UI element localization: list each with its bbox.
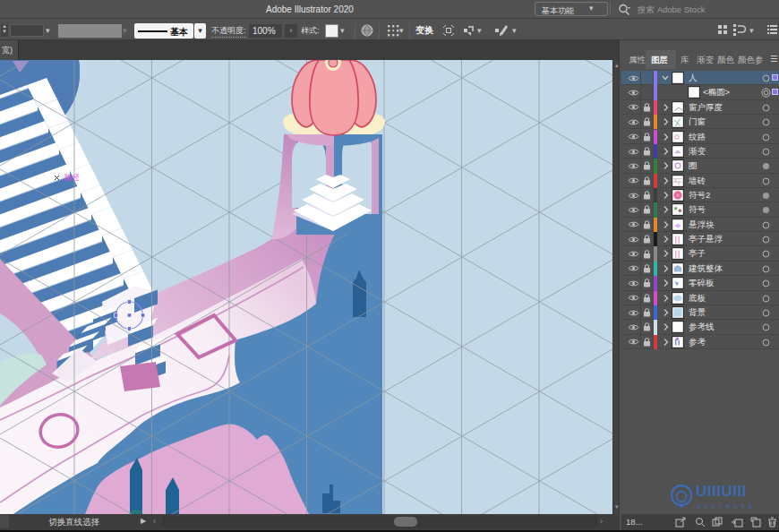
svg-text:路径: 路径 (64, 173, 81, 182)
